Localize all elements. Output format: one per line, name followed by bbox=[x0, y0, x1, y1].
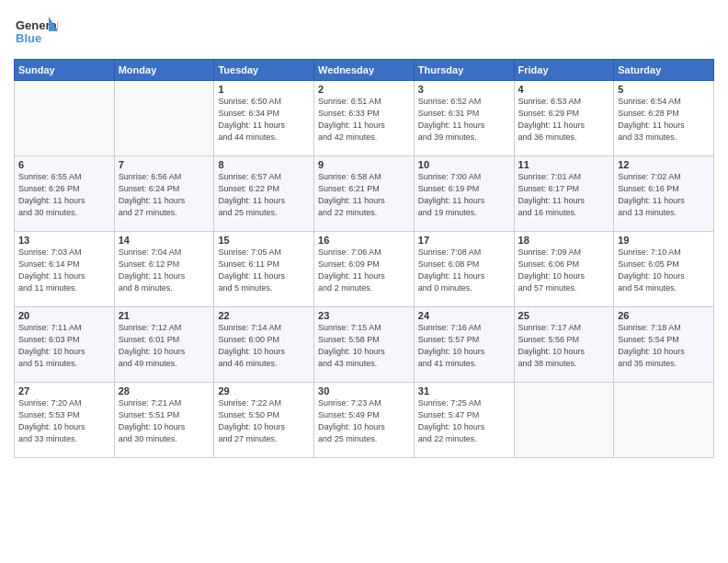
weekday-header-friday: Friday bbox=[514, 60, 614, 81]
day-info: Sunrise: 6:57 AM Sunset: 6:22 PM Dayligh… bbox=[218, 171, 310, 219]
day-number: 23 bbox=[318, 310, 410, 321]
calendar-cell bbox=[15, 81, 115, 156]
calendar-cell: 18Sunrise: 7:09 AM Sunset: 6:06 PM Dayli… bbox=[514, 232, 614, 307]
day-number: 24 bbox=[418, 310, 510, 321]
calendar-cell bbox=[614, 383, 714, 458]
calendar-cell: 22Sunrise: 7:14 AM Sunset: 6:00 PM Dayli… bbox=[214, 307, 314, 383]
day-info: Sunrise: 7:18 AM Sunset: 5:54 PM Dayligh… bbox=[618, 322, 710, 370]
calendar-week-4: 20Sunrise: 7:11 AM Sunset: 6:03 PM Dayli… bbox=[15, 307, 714, 383]
logo: General Blue bbox=[14, 9, 58, 53]
day-info: Sunrise: 6:50 AM Sunset: 6:34 PM Dayligh… bbox=[218, 96, 310, 144]
calendar-cell: 19Sunrise: 7:10 AM Sunset: 6:05 PM Dayli… bbox=[614, 232, 714, 307]
day-number: 25 bbox=[518, 310, 610, 321]
day-number: 22 bbox=[218, 310, 310, 321]
day-info: Sunrise: 7:11 AM Sunset: 6:03 PM Dayligh… bbox=[18, 322, 110, 370]
calendar-cell: 2Sunrise: 6:51 AM Sunset: 6:33 PM Daylig… bbox=[314, 81, 415, 156]
calendar-cell: 20Sunrise: 7:11 AM Sunset: 6:03 PM Dayli… bbox=[15, 307, 115, 383]
day-number: 15 bbox=[218, 235, 310, 246]
day-info: Sunrise: 7:23 AM Sunset: 5:49 PM Dayligh… bbox=[318, 397, 410, 445]
day-info: Sunrise: 7:09 AM Sunset: 6:06 PM Dayligh… bbox=[518, 247, 610, 294]
day-info: Sunrise: 7:20 AM Sunset: 5:53 PM Dayligh… bbox=[18, 397, 110, 445]
day-info: Sunrise: 7:21 AM Sunset: 5:51 PM Dayligh… bbox=[119, 397, 210, 445]
day-info: Sunrise: 7:16 AM Sunset: 5:57 PM Dayligh… bbox=[418, 322, 510, 370]
calendar-cell bbox=[514, 383, 614, 458]
day-number: 19 bbox=[618, 235, 710, 246]
day-number: 2 bbox=[318, 84, 410, 95]
calendar-cell: 6Sunrise: 6:55 AM Sunset: 6:26 PM Daylig… bbox=[15, 156, 115, 232]
calendar-week-5: 27Sunrise: 7:20 AM Sunset: 5:53 PM Dayli… bbox=[15, 383, 714, 458]
calendar-cell bbox=[114, 81, 214, 156]
day-number: 10 bbox=[418, 159, 510, 170]
day-number: 3 bbox=[418, 84, 510, 95]
day-info: Sunrise: 7:17 AM Sunset: 5:56 PM Dayligh… bbox=[518, 322, 610, 370]
day-number: 16 bbox=[318, 235, 410, 246]
day-number: 14 bbox=[119, 235, 210, 246]
day-info: Sunrise: 6:56 AM Sunset: 6:24 PM Dayligh… bbox=[119, 171, 210, 219]
calendar-cell: 14Sunrise: 7:04 AM Sunset: 6:12 PM Dayli… bbox=[114, 232, 214, 307]
logo-icon: General Blue bbox=[14, 9, 58, 53]
day-number: 7 bbox=[119, 159, 210, 170]
day-info: Sunrise: 7:14 AM Sunset: 6:00 PM Dayligh… bbox=[218, 322, 310, 370]
weekday-header-tuesday: Tuesday bbox=[214, 60, 314, 81]
day-info: Sunrise: 7:02 AM Sunset: 6:16 PM Dayligh… bbox=[618, 171, 710, 219]
calendar-cell: 1Sunrise: 6:50 AM Sunset: 6:34 PM Daylig… bbox=[214, 81, 314, 156]
calendar-cell: 9Sunrise: 6:58 AM Sunset: 6:21 PM Daylig… bbox=[314, 156, 415, 232]
calendar-cell: 27Sunrise: 7:20 AM Sunset: 5:53 PM Dayli… bbox=[15, 383, 115, 458]
header: General Blue bbox=[14, 9, 714, 53]
calendar-cell: 26Sunrise: 7:18 AM Sunset: 5:54 PM Dayli… bbox=[614, 307, 714, 383]
day-number: 26 bbox=[618, 310, 710, 321]
day-info: Sunrise: 7:04 AM Sunset: 6:12 PM Dayligh… bbox=[119, 247, 210, 294]
calendar-cell: 11Sunrise: 7:01 AM Sunset: 6:17 PM Dayli… bbox=[514, 156, 614, 232]
day-number: 9 bbox=[318, 159, 410, 170]
calendar-cell: 5Sunrise: 6:54 AM Sunset: 6:28 PM Daylig… bbox=[614, 81, 714, 156]
calendar-cell: 30Sunrise: 7:23 AM Sunset: 5:49 PM Dayli… bbox=[314, 383, 415, 458]
day-info: Sunrise: 7:01 AM Sunset: 6:17 PM Dayligh… bbox=[518, 171, 610, 219]
day-info: Sunrise: 7:05 AM Sunset: 6:11 PM Dayligh… bbox=[218, 247, 310, 294]
day-number: 1 bbox=[218, 84, 310, 95]
day-info: Sunrise: 7:22 AM Sunset: 5:50 PM Dayligh… bbox=[218, 397, 310, 445]
day-info: Sunrise: 6:54 AM Sunset: 6:28 PM Dayligh… bbox=[618, 96, 710, 144]
day-number: 5 bbox=[618, 84, 710, 95]
day-number: 8 bbox=[218, 159, 310, 170]
calendar-cell: 13Sunrise: 7:03 AM Sunset: 6:14 PM Dayli… bbox=[15, 232, 115, 307]
day-number: 20 bbox=[18, 310, 110, 321]
calendar-table: SundayMondayTuesdayWednesdayThursdayFrid… bbox=[14, 59, 714, 458]
calendar-cell: 25Sunrise: 7:17 AM Sunset: 5:56 PM Dayli… bbox=[514, 307, 614, 383]
day-number: 18 bbox=[518, 235, 610, 246]
day-number: 27 bbox=[18, 385, 110, 396]
weekday-header-sunday: Sunday bbox=[15, 60, 115, 81]
day-info: Sunrise: 7:06 AM Sunset: 6:09 PM Dayligh… bbox=[318, 247, 410, 294]
weekday-header-saturday: Saturday bbox=[614, 60, 714, 81]
day-number: 30 bbox=[318, 385, 410, 396]
calendar-week-1: 1Sunrise: 6:50 AM Sunset: 6:34 PM Daylig… bbox=[15, 81, 714, 156]
day-number: 13 bbox=[18, 235, 110, 246]
day-info: Sunrise: 6:58 AM Sunset: 6:21 PM Dayligh… bbox=[318, 171, 410, 219]
page: General Blue SundayMondayTuesdayWednesda… bbox=[0, 0, 728, 563]
weekday-header-row: SundayMondayTuesdayWednesdayThursdayFrid… bbox=[15, 60, 714, 81]
day-info: Sunrise: 6:52 AM Sunset: 6:31 PM Dayligh… bbox=[418, 96, 510, 144]
calendar-cell: 12Sunrise: 7:02 AM Sunset: 6:16 PM Dayli… bbox=[614, 156, 714, 232]
calendar-cell: 24Sunrise: 7:16 AM Sunset: 5:57 PM Dayli… bbox=[414, 307, 514, 383]
calendar-cell: 23Sunrise: 7:15 AM Sunset: 5:58 PM Dayli… bbox=[314, 307, 415, 383]
calendar-cell: 17Sunrise: 7:08 AM Sunset: 6:08 PM Dayli… bbox=[414, 232, 514, 307]
calendar-cell: 21Sunrise: 7:12 AM Sunset: 6:01 PM Dayli… bbox=[114, 307, 214, 383]
day-info: Sunrise: 7:15 AM Sunset: 5:58 PM Dayligh… bbox=[318, 322, 410, 370]
weekday-header-wednesday: Wednesday bbox=[314, 60, 415, 81]
day-info: Sunrise: 7:08 AM Sunset: 6:08 PM Dayligh… bbox=[418, 247, 510, 294]
day-number: 17 bbox=[418, 235, 510, 246]
weekday-header-monday: Monday bbox=[114, 60, 214, 81]
svg-text:Blue: Blue bbox=[16, 31, 41, 45]
calendar-cell: 29Sunrise: 7:22 AM Sunset: 5:50 PM Dayli… bbox=[214, 383, 314, 458]
day-info: Sunrise: 7:03 AM Sunset: 6:14 PM Dayligh… bbox=[18, 247, 110, 294]
calendar-cell: 16Sunrise: 7:06 AM Sunset: 6:09 PM Dayli… bbox=[314, 232, 415, 307]
calendar-cell: 15Sunrise: 7:05 AM Sunset: 6:11 PM Dayli… bbox=[214, 232, 314, 307]
calendar-cell: 3Sunrise: 6:52 AM Sunset: 6:31 PM Daylig… bbox=[414, 81, 514, 156]
day-number: 11 bbox=[518, 159, 610, 170]
day-number: 6 bbox=[18, 159, 110, 170]
calendar-cell: 28Sunrise: 7:21 AM Sunset: 5:51 PM Dayli… bbox=[114, 383, 214, 458]
day-info: Sunrise: 6:53 AM Sunset: 6:29 PM Dayligh… bbox=[518, 96, 610, 144]
day-info: Sunrise: 6:55 AM Sunset: 6:26 PM Dayligh… bbox=[18, 171, 110, 219]
day-info: Sunrise: 6:51 AM Sunset: 6:33 PM Dayligh… bbox=[318, 96, 410, 144]
day-info: Sunrise: 7:12 AM Sunset: 6:01 PM Dayligh… bbox=[119, 322, 210, 370]
calendar-week-2: 6Sunrise: 6:55 AM Sunset: 6:26 PM Daylig… bbox=[15, 156, 714, 232]
